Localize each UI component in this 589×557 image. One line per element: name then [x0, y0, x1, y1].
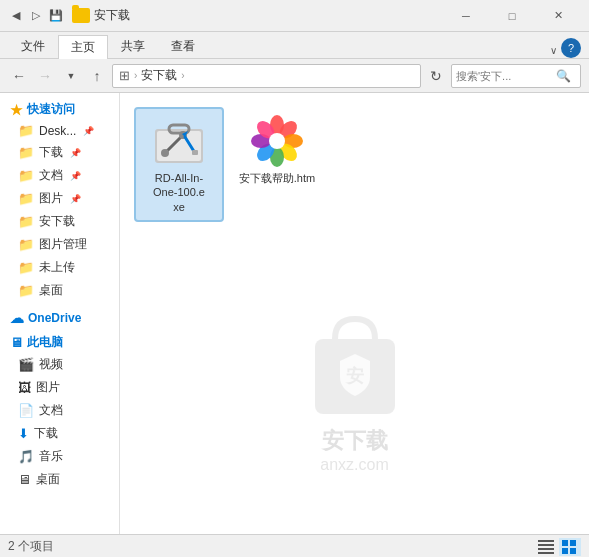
sidebar-item-downloads2[interactable]: ⬇ 下载 [0, 422, 119, 445]
sidebar-item-label: 图片管理 [39, 236, 87, 253]
up-button[interactable]: ↑ [86, 65, 108, 87]
sidebar-item-desktop3[interactable]: 🖥 桌面 [0, 468, 119, 491]
quick-access-label: 快速访问 [27, 101, 75, 118]
tab-file[interactable]: 文件 [8, 34, 58, 58]
pin-icon: 📌 [70, 148, 81, 158]
pictures-icon: 🖼 [18, 380, 31, 395]
back-button[interactable]: ← [8, 65, 30, 87]
tab-home[interactable]: 主页 [58, 35, 108, 59]
crumb-arrow2: › [181, 70, 184, 81]
svg-rect-8 [192, 150, 198, 155]
files-grid: RD-All-In-One-100.exe [130, 103, 579, 226]
folder-icon: 📁 [18, 283, 34, 298]
sidebar-quick-access-header[interactable]: ★ 快速访问 [0, 97, 119, 120]
sidebar-item-label: 桌面 [36, 471, 60, 488]
window-title: 安下载 [94, 7, 443, 24]
forward-button[interactable]: → [34, 65, 56, 87]
svg-rect-26 [570, 540, 576, 546]
sidebar-item-label: 图片 [39, 190, 63, 207]
sidebar-item-pictures2[interactable]: 🖼 图片 [0, 376, 119, 399]
video-icon: 🎬 [18, 357, 34, 372]
refresh-button[interactable]: ↻ [425, 65, 447, 87]
breadcrumb: ⊞ › 安下载 › [119, 67, 187, 84]
exe-file-icon [153, 115, 205, 167]
file-item-exe[interactable]: RD-All-In-One-100.exe [134, 107, 224, 222]
sidebar-item-desktop[interactable]: 📁 Desk... 📌 [0, 120, 119, 141]
save-icon[interactable]: 💾 [48, 8, 64, 24]
title-bar-quick-access: ◀ ▷ 💾 [8, 8, 64, 24]
search-input[interactable] [456, 70, 556, 82]
folder-icon: 📁 [18, 237, 34, 252]
sidebar-item-label: 下载 [39, 144, 63, 161]
home-crumb[interactable]: ⊞ [119, 68, 130, 83]
status-bar: 2 个项目 [0, 534, 589, 557]
folder-icon [72, 8, 90, 23]
music-icon: 🎵 [18, 449, 34, 464]
pin-icon: 📌 [70, 194, 81, 204]
sidebar-thispc-header[interactable]: 🖥 此电脑 [0, 330, 119, 353]
sidebar-item-upload[interactable]: 📁 未上传 [0, 256, 119, 279]
ribbon-chevron-icon[interactable]: ∨ [545, 42, 561, 58]
svg-rect-23 [538, 548, 554, 550]
sidebar-item-documents[interactable]: 📁 文档 📌 [0, 164, 119, 187]
sidebar-item-picmgr[interactable]: 📁 图片管理 [0, 233, 119, 256]
watermark: 安 安下载 anxz.com [305, 309, 405, 474]
crumb-arrow: › [134, 70, 137, 81]
sidebar-item-downloads[interactable]: 📁 下载 📌 [0, 141, 119, 164]
window-controls: ─ □ ✕ [443, 0, 581, 32]
main-layout: ★ 快速访问 📁 Desk... 📌 📁 下载 📌 📁 文档 📌 📁 图片 📌 … [0, 93, 589, 534]
htm-file-icon [251, 115, 303, 167]
sidebar-item-desktop2[interactable]: 📁 桌面 [0, 279, 119, 302]
sidebar-item-label: 文档 [39, 167, 63, 184]
content-area: RD-All-In-One-100.exe [120, 93, 589, 534]
sidebar-item-label: 视频 [39, 356, 63, 373]
sidebar-item-anzaixia[interactable]: 📁 安下载 [0, 210, 119, 233]
desktop-icon: 🖥 [18, 472, 31, 487]
back-icon[interactable]: ◀ [8, 8, 24, 24]
sidebar-item-music[interactable]: 🎵 音乐 [0, 445, 119, 468]
sidebar-item-label: 音乐 [39, 448, 63, 465]
svg-rect-21 [538, 540, 554, 542]
onedrive-label: OneDrive [28, 311, 81, 325]
watermark-text: 安下载 [305, 426, 405, 456]
view-buttons [535, 538, 581, 556]
view-list-button[interactable] [535, 538, 557, 556]
address-path[interactable]: ⊞ › 安下载 › [112, 64, 421, 88]
sidebar-item-documents2[interactable]: 📄 文档 [0, 399, 119, 422]
dropdown-button[interactable]: ▼ [60, 65, 82, 87]
sidebar-item-video[interactable]: 🎬 视频 [0, 353, 119, 376]
status-count: 2 个项目 [8, 538, 535, 555]
exe-file-name: RD-All-In-One-100.exe [153, 171, 205, 214]
folder-icon: 📁 [18, 123, 34, 138]
folder-icon: 📁 [18, 191, 34, 206]
view-grid-button[interactable] [559, 538, 581, 556]
svg-point-18 [269, 133, 285, 149]
sidebar: ★ 快速访问 📁 Desk... 📌 📁 下载 📌 📁 文档 📌 📁 图片 📌 … [0, 93, 120, 534]
thispc-icon: 🖥 [10, 335, 23, 350]
tab-share[interactable]: 共享 [108, 34, 158, 58]
svg-rect-27 [562, 548, 568, 554]
help-icon[interactable]: ? [561, 38, 581, 58]
sidebar-onedrive-header[interactable]: ☁ OneDrive [0, 306, 119, 328]
search-box[interactable]: 🔍 [451, 64, 581, 88]
file-item-htm[interactable]: 安下载帮助.htm [232, 107, 322, 222]
close-button[interactable]: ✕ [535, 0, 581, 32]
tab-view[interactable]: 查看 [158, 34, 208, 58]
minimize-button[interactable]: ─ [443, 0, 489, 32]
watermark-subtext: anxz.com [305, 456, 405, 474]
folder-crumb[interactable]: 安下载 [141, 67, 177, 84]
svg-point-4 [161, 149, 169, 157]
search-icon: 🔍 [556, 69, 571, 83]
svg-text:安: 安 [345, 365, 364, 386]
folder-icon: 📁 [18, 214, 34, 229]
svg-rect-24 [538, 552, 554, 554]
quick-access-icon: ★ [10, 102, 23, 118]
sidebar-item-label: 未上传 [39, 259, 75, 276]
sidebar-item-label: 文档 [39, 402, 63, 419]
sidebar-item-pictures[interactable]: 📁 图片 📌 [0, 187, 119, 210]
forward-icon[interactable]: ▷ [28, 8, 44, 24]
maximize-button[interactable]: □ [489, 0, 535, 32]
svg-rect-22 [538, 544, 554, 546]
folder-icon: 📁 [18, 168, 34, 183]
pin-icon: 📌 [70, 171, 81, 181]
